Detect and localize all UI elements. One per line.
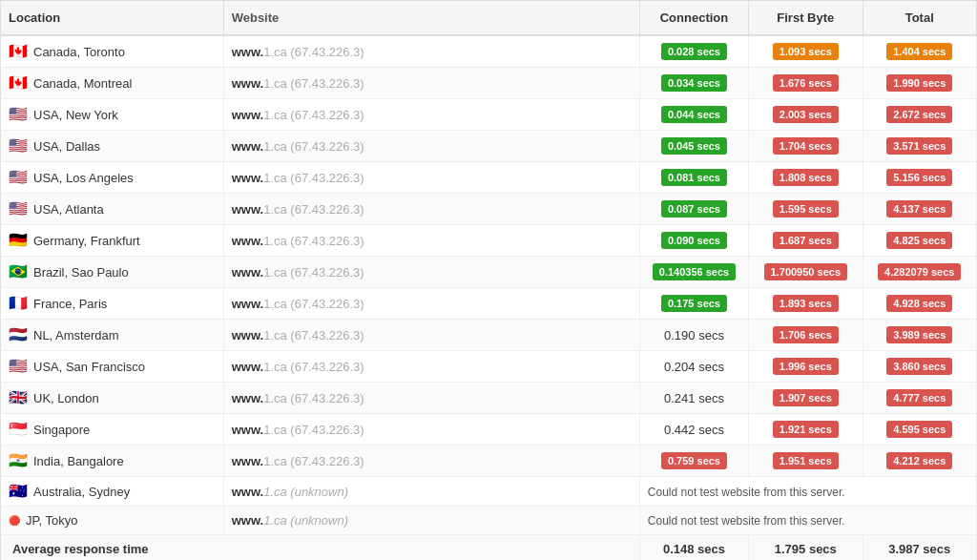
website-prefix: www.: [232, 485, 263, 499]
website-prefix: www.: [232, 328, 263, 342]
flag-icon: 🇨🇦: [9, 75, 28, 91]
firstbyte-cell: 1.700950 secs: [749, 257, 863, 288]
connection-badge: 0.045 secs: [661, 137, 727, 155]
connection-cell: Could not test website from this server.: [639, 477, 976, 507]
total-cell: 4.212 secs: [863, 446, 976, 477]
table-row: 🇺🇸USA, Dallaswww.1.ca (67.43.226.3)0.045…: [1, 131, 977, 162]
connection-badge: 0.028 secs: [661, 43, 727, 60]
firstbyte-cell: 1.676 secs: [749, 68, 863, 99]
table-header-row: Location Website Connection First Byte T…: [1, 1, 977, 36]
website-ip: 1.ca (67.43.226.3): [263, 202, 364, 217]
flag-icon: 🇺🇸: [9, 107, 28, 122]
website-cell: www.1.ca (67.43.226.3): [223, 225, 639, 257]
firstbyte-badge: 2.003 secs: [773, 106, 839, 123]
website-prefix: www.: [232, 234, 263, 248]
website-prefix: www.: [232, 513, 263, 528]
total-badge: 2.672 secs: [886, 106, 952, 123]
website-ip: 1.ca (67.43.226.3): [263, 454, 364, 468]
total-cell: 3.571 secs: [863, 131, 976, 162]
location-name: France, Paris: [33, 297, 107, 311]
firstbyte-cell: 2.003 secs: [749, 99, 863, 131]
flag-icon: 🇺🇸: [9, 201, 28, 217]
connection-cell: 0.442 secs: [639, 414, 748, 446]
header-location: Location: [1, 1, 224, 36]
firstbyte-cell: 1.996 secs: [749, 351, 863, 383]
flag-icon: 🇺🇸: [9, 170, 28, 185]
location-name: USA, Atlanta: [33, 202, 104, 217]
flag-icon: 🇳🇱: [9, 327, 28, 342]
website-cell: www.1.ca (67.43.226.3): [223, 383, 639, 414]
header-total: Total: [863, 1, 976, 36]
total-badge: 4.282079 secs: [878, 263, 961, 280]
connection-cell: 0.044 secs: [639, 99, 748, 131]
flag-icon: 🇺🇸: [9, 138, 28, 154]
website-ip: 1.ca (67.43.226.3): [263, 297, 364, 311]
average-label: Average response time: [1, 535, 640, 561]
flag-icon: 🇦🇺: [9, 484, 28, 499]
connection-cell: 0.204 secs: [639, 351, 748, 383]
connection-cell: 0.081 secs: [639, 162, 748, 194]
firstbyte-badge: 1.700950 secs: [764, 263, 847, 280]
total-cell: 1.990 secs: [863, 68, 976, 99]
website-ip: 1.ca (67.43.226.3): [263, 139, 364, 154]
table-row: 🇮🇳India, Bangalorewww.1.ca (67.43.226.3)…: [1, 446, 977, 477]
website-cell: www.1.ca (67.43.226.3): [223, 414, 639, 446]
website-prefix: www.: [232, 454, 263, 468]
table-row: 🇩🇪Germany, Frankfurtwww.1.ca (67.43.226.…: [1, 225, 977, 257]
table-row: 🇺🇸USA, New Yorkwww.1.ca (67.43.226.3)0.0…: [1, 99, 977, 131]
firstbyte-cell: 1.595 secs: [749, 194, 863, 225]
connection-cell: 0.759 secs: [639, 446, 748, 477]
total-badge: 3.860 secs: [886, 358, 952, 375]
location-name: Germany, Frankfurt: [33, 234, 140, 248]
firstbyte-cell: 1.704 secs: [749, 131, 863, 162]
total-cell: 4.825 secs: [863, 225, 976, 257]
location-cell: 🇺🇸USA, Los Angeles: [1, 162, 224, 194]
location-cell: 🇫🇷France, Paris: [1, 288, 224, 320]
location-name: Australia, Sydney: [33, 485, 130, 499]
location-name: NL, Amsterdam: [33, 328, 119, 342]
website-prefix: www.: [232, 391, 263, 405]
location-cell: 🇺🇸USA, Atlanta: [1, 194, 224, 225]
website-cell: www.1.ca (67.43.226.3): [223, 162, 639, 194]
header-firstbyte: First Byte: [749, 1, 863, 36]
firstbyte-badge: 1.951 secs: [773, 452, 839, 469]
location-name: Canada, Toronto: [33, 45, 125, 59]
total-badge: 4.777 secs: [886, 389, 952, 406]
firstbyte-badge: 1.704 secs: [773, 137, 839, 155]
average-total: 3.987 secs: [863, 535, 976, 561]
firstbyte-badge: 1.893 secs: [773, 295, 839, 312]
table-body: 🇨🇦Canada, Torontowww.1.ca (67.43.226.3)0…: [1, 35, 977, 560]
firstbyte-badge: 1.676 secs: [773, 74, 839, 92]
performance-table: Location Website Connection First Byte T…: [0, 0, 977, 560]
website-ip: 1.ca (67.43.226.3): [263, 108, 364, 122]
flag-icon: 🔴: [9, 516, 20, 526]
header-connection: Connection: [639, 1, 748, 36]
connection-badge: 0.034 secs: [661, 74, 727, 92]
website-ip: 1.ca (67.43.226.3): [263, 234, 364, 248]
firstbyte-badge: 1.093 secs: [773, 43, 839, 60]
table-row: 🇦🇺Australia, Sydneywww.1.ca (unknown)Cou…: [1, 477, 977, 507]
connection-badge: 0.175 secs: [661, 295, 727, 312]
total-cell: 5.156 secs: [863, 162, 976, 194]
connection-cell: 0.241 secs: [639, 383, 748, 414]
total-cell: 4.777 secs: [863, 383, 976, 414]
connection-cell: 0.140356 secs: [639, 257, 748, 288]
location-name: Brazil, Sao Paulo: [33, 265, 129, 280]
total-badge: 4.928 secs: [886, 295, 952, 312]
location-name: JP, Tokyo: [26, 513, 77, 528]
website-ip: 1.ca (67.43.226.3): [263, 171, 364, 185]
table-row: 🇬🇧UK, Londonwww.1.ca (67.43.226.3)0.241 …: [1, 383, 977, 414]
average-row: Average response time0.148 secs1.795 sec…: [1, 535, 977, 561]
total-cell: 3.860 secs: [863, 351, 976, 383]
firstbyte-cell: 1.921 secs: [749, 414, 863, 446]
total-badge: 4.595 secs: [886, 421, 952, 438]
location-name: USA, New York: [33, 108, 118, 122]
website-cell: www.1.ca (67.43.226.3): [223, 131, 639, 162]
connection-badge: 0.087 secs: [661, 200, 727, 218]
could-not-test-label: Could not test website from this server.: [648, 486, 845, 499]
website-prefix: www.: [232, 202, 263, 217]
website-cell: www.1.ca (unknown): [223, 477, 639, 507]
website-ip: 1.ca (67.43.226.3): [263, 45, 364, 59]
flag-icon: 🇬🇧: [9, 390, 28, 405]
total-badge: 3.571 secs: [886, 137, 952, 155]
